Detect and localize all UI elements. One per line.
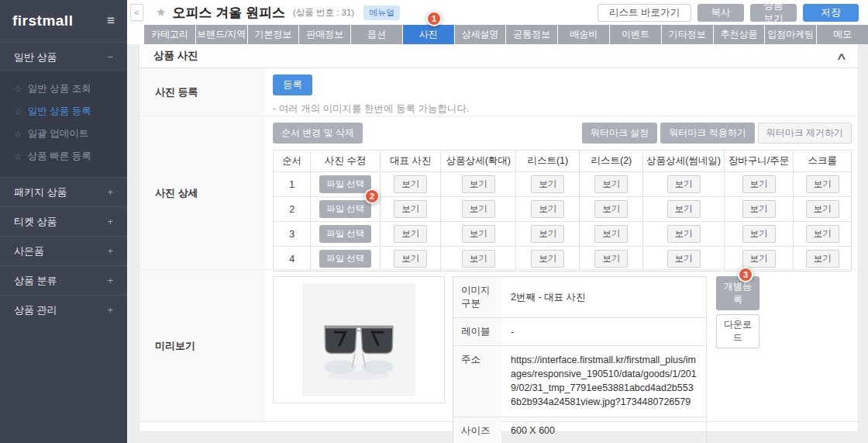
view-thumbnail-button[interactable]: 보기: [667, 225, 701, 243]
view-detail-zoom-button[interactable]: 보기: [462, 250, 495, 268]
hamburger-icon[interactable]: ≡: [107, 13, 115, 29]
content-area: 상품 사진 ∧ 사진 등록 등록 - 여러 개의 이미지를 한번에 등록 가능합…: [127, 44, 868, 443]
chevron-up-icon[interactable]: ∧: [836, 50, 848, 62]
file-select-button[interactable]: 파일 선택: [319, 250, 371, 268]
view-list2-button[interactable]: 보기: [594, 250, 628, 268]
download-button[interactable]: 다운로드: [716, 314, 760, 348]
tab-photo[interactable]: 사진: [403, 25, 454, 44]
view-scroll-button[interactable]: 보기: [806, 250, 839, 268]
view-list1-button[interactable]: 보기: [531, 250, 564, 268]
sidebar-item-general-goods[interactable]: 일반 상품 −: [0, 43, 127, 71]
watermark-apply-button[interactable]: 워터마크 적용하기: [660, 123, 754, 144]
sidebar-item-label: 일반 상품 등록: [28, 105, 91, 118]
photo-table: 순서 사진 수정 대표 사진 상품상세(확대) 리스트(1) 리스트(2) 상품…: [273, 150, 852, 272]
sidebar-item-general-goods-register[interactable]: ☆ 일반 상품 등록: [0, 100, 127, 123]
view-detail-zoom-button[interactable]: 보기: [462, 175, 495, 193]
tab-common-info[interactable]: 공통정보: [506, 25, 557, 44]
manual-badge[interactable]: 메뉴얼: [363, 5, 400, 20]
tab-basic-info[interactable]: 기본정보: [248, 25, 299, 44]
view-list2-button[interactable]: 보기: [594, 175, 628, 193]
expand-plus-icon[interactable]: +: [107, 245, 113, 257]
tab-memo[interactable]: 메모: [817, 25, 868, 44]
tab-option[interactable]: 옵션: [351, 25, 402, 44]
view-cart-order-button[interactable]: 보기: [742, 200, 776, 218]
sidebar-item-label: 일괄 업데이트: [28, 127, 88, 140]
tab-category[interactable]: 카테고리: [144, 25, 195, 44]
sidebar-section-ticket-goods: 티켓 상품 +: [0, 206, 127, 236]
view-thumbnail-button[interactable]: 보기: [667, 250, 701, 268]
go-to-list-button[interactable]: 리스트 바로가기: [598, 4, 691, 22]
expand-plus-icon[interactable]: +: [107, 275, 113, 286]
view-main-photo-button[interactable]: 보기: [394, 225, 427, 243]
file-select-button[interactable]: 파일 선택: [319, 200, 371, 218]
register-button[interactable]: 등록: [273, 74, 312, 95]
sidebar-item-gift[interactable]: 사은품 +: [0, 237, 127, 265]
tab-brand-region[interactable]: 브랜드/지역: [196, 25, 247, 44]
individual-register-button[interactable]: 개별등록: [716, 276, 760, 310]
sidebar-item-goods-category[interactable]: 상품 분류 +: [0, 266, 127, 295]
view-product-button[interactable]: 상품보기: [750, 4, 797, 22]
expand-plus-icon[interactable]: +: [107, 216, 113, 227]
sidebar-collapse-button[interactable]: <: [130, 4, 143, 21]
view-list2-button[interactable]: 보기: [594, 200, 628, 218]
step-2-badge: 2: [364, 189, 380, 204]
collapse-minus-icon[interactable]: −: [107, 51, 113, 63]
tab-sales-info[interactable]: 판매정보: [299, 25, 350, 44]
reorder-delete-button[interactable]: 순서 변경 및 삭제: [273, 123, 363, 144]
view-main-photo-button[interactable]: 보기: [394, 175, 427, 193]
view-main-photo-button[interactable]: 보기: [394, 200, 427, 218]
sidebar-section-category: 상품 분류 +: [0, 265, 127, 295]
file-select-button[interactable]: 파일 선택: [319, 225, 371, 243]
watermark-remove-button[interactable]: 워터마크 제거하기: [758, 123, 852, 144]
view-list2-button[interactable]: 보기: [594, 225, 628, 243]
sidebar-item-general-goods-search[interactable]: ☆ 일반 상품 조회: [0, 78, 127, 100]
column-header: 순서: [274, 151, 311, 172]
product-number: (상품 번호 : 31): [293, 7, 354, 19]
sidebar-item-quick-register[interactable]: ☆ 상품 빠른 등록: [0, 145, 127, 168]
view-thumbnail-button[interactable]: 보기: [667, 200, 701, 218]
view-thumbnail-button[interactable]: 보기: [667, 175, 701, 193]
sidebar: firstmall ≡ 일반 상품 − ☆ 일반 상품 조회 ☆ 일반 상품 등…: [0, 0, 127, 443]
column-header: 리스트(2): [580, 151, 643, 172]
expand-plus-icon[interactable]: +: [107, 186, 113, 198]
column-header: 대표 사진: [381, 151, 441, 172]
view-scroll-button[interactable]: 보기: [806, 200, 839, 218]
preview-content: 이미지 구분 2번째 - 대표 사진 레이블 - 주소 https://inte…: [265, 270, 858, 421]
view-list1-button[interactable]: 보기: [531, 175, 564, 193]
table-row: 4 파일 선택 보기 보기 보기 보기 보기 보기 보기: [274, 247, 852, 272]
sidebar-item-goods-manage[interactable]: 상품 관리 +: [0, 296, 127, 324]
copy-button[interactable]: 복사: [698, 4, 744, 22]
photo-table-header-row: 순서 사진 수정 대표 사진 상품상세(확대) 리스트(1) 리스트(2) 상품…: [274, 151, 852, 172]
tab-detail-description[interactable]: 상세설명: [455, 25, 506, 44]
column-header: 장바구니/주문: [724, 151, 794, 172]
view-cart-order-button[interactable]: 보기: [742, 225, 776, 243]
view-main-photo-button[interactable]: 보기: [394, 250, 427, 268]
file-select-button[interactable]: 파일 선택: [319, 175, 371, 193]
view-detail-zoom-button[interactable]: 보기: [462, 225, 495, 243]
tab-shipping-fee[interactable]: 배송비: [558, 25, 609, 44]
main-area: < ★ 오피스 겨울 원피스 (상품 번호 : 31) 메뉴얼 리스트 바로가기…: [127, 0, 868, 443]
watermark-settings-button[interactable]: 워터마크 설정: [582, 123, 657, 144]
save-button[interactable]: 저장: [803, 4, 859, 22]
sidebar-section-label: 상품 분류: [14, 274, 57, 288]
sidebar-item-package-goods[interactable]: 패키지 상품 +: [0, 178, 127, 206]
tab-recommend-goods[interactable]: 추천상품: [714, 25, 765, 44]
sidebar-item-ticket-goods[interactable]: 티켓 상품 +: [0, 207, 127, 236]
firstmall-logo: firstmall: [12, 12, 73, 29]
favorite-star-icon[interactable]: ★: [156, 5, 166, 19]
order-cell: 3: [274, 222, 311, 247]
view-list1-button[interactable]: 보기: [531, 225, 564, 243]
tab-etc-info[interactable]: 기타정보: [662, 25, 713, 44]
expand-plus-icon[interactable]: +: [107, 304, 113, 316]
view-list1-button[interactable]: 보기: [531, 200, 564, 218]
view-scroll-button[interactable]: 보기: [806, 175, 839, 193]
view-cart-order-button[interactable]: 보기: [742, 175, 776, 193]
view-detail-zoom-button[interactable]: 보기: [462, 200, 495, 218]
preview-image-box: [273, 276, 445, 403]
tab-event[interactable]: 이벤트: [610, 25, 661, 44]
table-row: 3 파일 선택 보기 보기 보기 보기 보기 보기 보기: [274, 222, 852, 247]
view-cart-order-button[interactable]: 보기: [742, 250, 776, 268]
view-scroll-button[interactable]: 보기: [806, 225, 839, 243]
sidebar-item-bulk-update[interactable]: ☆ 일괄 업데이트: [0, 123, 127, 145]
tab-store-marketing[interactable]: 입점마케팅: [765, 25, 816, 44]
